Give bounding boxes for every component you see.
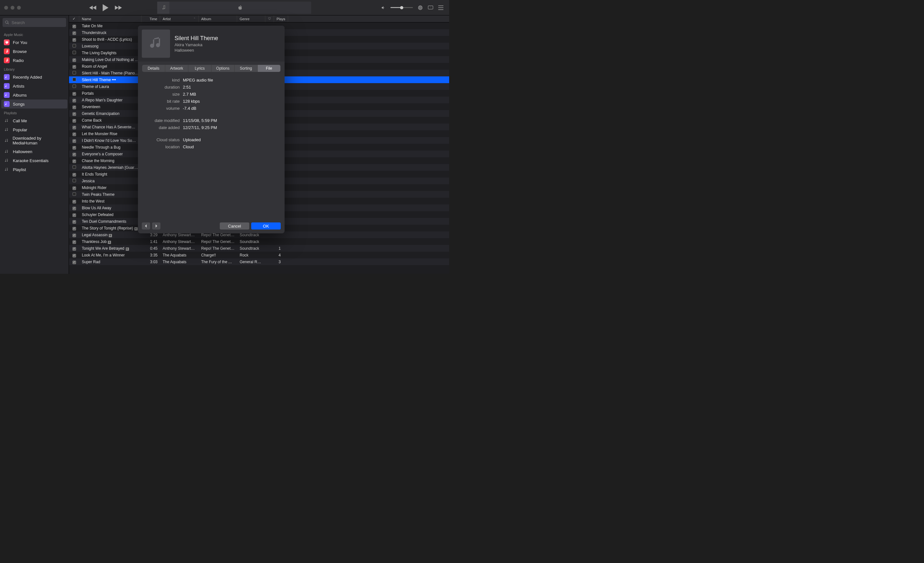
row-checkbox[interactable] <box>69 179 79 183</box>
dialog-tab[interactable]: Artwork <box>165 65 188 72</box>
row-checkbox[interactable] <box>69 57 79 62</box>
row-checkbox[interactable] <box>69 125 79 129</box>
sidebar-item-label: Karaoke Essentials <box>13 158 48 163</box>
next-icon[interactable] <box>115 6 122 10</box>
row-checkbox[interactable] <box>69 44 79 48</box>
dialog-tab[interactable]: Lyrics <box>188 65 212 72</box>
sidebar-item[interactable]: Karaoke Essentials <box>0 156 69 165</box>
dialog-tab[interactable]: Details <box>142 65 165 72</box>
sidebar-item-icon <box>4 92 10 98</box>
sidebar-item[interactable]: Downloaded by MediaHuman <box>0 134 69 147</box>
next-button[interactable] <box>152 222 160 230</box>
sidebar-item[interactable]: Artists <box>0 81 69 90</box>
row-checkbox[interactable] <box>69 212 79 217</box>
prev-button[interactable] <box>142 222 150 230</box>
maximize-window[interactable] <box>17 6 21 10</box>
close-window[interactable] <box>4 6 8 10</box>
col-name[interactable]: Name <box>79 15 141 22</box>
row-checkbox[interactable] <box>69 199 79 204</box>
row-checkbox[interactable] <box>69 233 79 237</box>
sidebar-item[interactable]: Call Me <box>0 116 69 125</box>
sidebar-item[interactable]: Browse <box>0 47 69 56</box>
row-name: Tonight We Are BetrayedE <box>79 246 141 251</box>
row-name: Aliotta Haynes Jeremiah [Guarc… <box>79 165 141 170</box>
song-row[interactable]: Tonight We Are BetrayedE0:45Anthony Stew… <box>69 245 449 252</box>
minimize-window[interactable] <box>10 6 14 10</box>
row-checkbox[interactable] <box>69 252 79 257</box>
sidebar-item-label: Browse <box>13 49 27 54</box>
play-icon[interactable] <box>103 4 108 11</box>
row-checkbox[interactable] <box>69 51 79 55</box>
row-checkbox[interactable] <box>69 78 79 82</box>
row-checkbox[interactable] <box>69 98 79 102</box>
row-name: Come Back <box>79 118 141 123</box>
sidebar-item-label: Artists <box>13 84 24 89</box>
col-genre[interactable]: Genre <box>237 15 266 22</box>
row-checkbox[interactable] <box>69 118 79 123</box>
row-name: Seventeen <box>79 105 141 109</box>
row-checkbox[interactable] <box>69 226 79 230</box>
ok-button[interactable]: OK <box>251 222 281 230</box>
list-icon[interactable] <box>438 6 443 10</box>
sidebar-item[interactable]: Playlist <box>0 165 69 174</box>
cancel-button[interactable]: Cancel <box>220 222 249 230</box>
row-checkbox[interactable] <box>69 91 79 96</box>
row-checkbox[interactable] <box>69 84 79 89</box>
row-checkbox[interactable] <box>69 185 79 190</box>
row-checkbox[interactable] <box>69 23 79 28</box>
song-row[interactable]: Super Rad3:03The AquabatsThe Fury of the… <box>69 258 449 265</box>
col-love[interactable]: ♡ <box>266 15 274 22</box>
search-input[interactable] <box>3 18 66 27</box>
airplay-icon[interactable] <box>418 5 423 10</box>
row-checkbox[interactable] <box>69 192 79 197</box>
row-name: Shoot to thrill - ACDC (Lyrics) <box>79 37 141 42</box>
sidebar-item[interactable]: Songs <box>1 99 68 108</box>
row-checkbox[interactable] <box>69 131 79 136</box>
row-checkbox[interactable] <box>69 239 79 244</box>
dialog-tab[interactable]: Sorting <box>234 65 258 72</box>
previous-icon[interactable] <box>89 6 96 10</box>
now-playing-display <box>157 2 311 14</box>
sidebar-item[interactable]: Recently Added <box>0 72 69 81</box>
dialog-album: Halloween <box>174 48 218 53</box>
col-time[interactable]: Time <box>141 15 160 22</box>
col-plays[interactable]: Plays <box>274 15 288 22</box>
col-check[interactable]: ✓ <box>69 15 79 22</box>
row-checkbox[interactable] <box>69 145 79 150</box>
col-album[interactable]: Album <box>199 15 237 22</box>
row-checkbox[interactable] <box>69 259 79 264</box>
row-checkbox[interactable] <box>69 246 79 251</box>
dialog-tabs: DetailsArtworkLyricsOptionsSortingFile <box>142 65 280 72</box>
row-checkbox[interactable] <box>69 152 79 156</box>
volume-slider[interactable] <box>390 7 413 8</box>
sidebar-item[interactable]: Halloween <box>0 147 69 156</box>
row-checkbox[interactable] <box>69 104 79 109</box>
row-checkbox[interactable] <box>69 158 79 163</box>
lyrics-icon[interactable]: " <box>428 5 434 10</box>
sidebar-item[interactable]: For You <box>0 38 69 47</box>
row-name: Needle Through a Bug <box>79 145 141 150</box>
song-row[interactable]: Look At Me, I'm a Winner3:35The Aquabats… <box>69 252 449 258</box>
row-checkbox[interactable] <box>69 64 79 69</box>
song-row[interactable]: Thankless JobE1:41Anthony Stewart…Repo! … <box>69 238 449 245</box>
col-artist[interactable]: Artist⌃ <box>160 15 199 22</box>
row-checkbox[interactable] <box>69 71 79 75</box>
row-checkbox[interactable] <box>69 138 79 143</box>
sidebar-item[interactable]: Albums <box>0 90 69 99</box>
dialog-tab[interactable]: Options <box>212 65 234 72</box>
row-name: Ten Duel Commandments <box>79 219 141 224</box>
row-checkbox[interactable] <box>69 206 79 210</box>
info-value: Uploaded <box>183 137 201 142</box>
sidebar-item[interactable]: Popular <box>0 125 69 134</box>
row-checkbox[interactable] <box>69 172 79 177</box>
row-checkbox[interactable] <box>69 30 79 35</box>
sidebar-item[interactable]: Radio <box>0 56 69 65</box>
row-checkbox[interactable] <box>69 165 79 170</box>
volume-icon[interactable] <box>381 6 386 10</box>
row-checkbox[interactable] <box>69 219 79 224</box>
dialog-tab[interactable]: File <box>258 65 280 72</box>
row-checkbox[interactable] <box>69 111 79 116</box>
row-name: Portals <box>79 91 141 96</box>
sidebar-item-label: Recently Added <box>13 75 42 80</box>
row-checkbox[interactable] <box>69 37 79 42</box>
